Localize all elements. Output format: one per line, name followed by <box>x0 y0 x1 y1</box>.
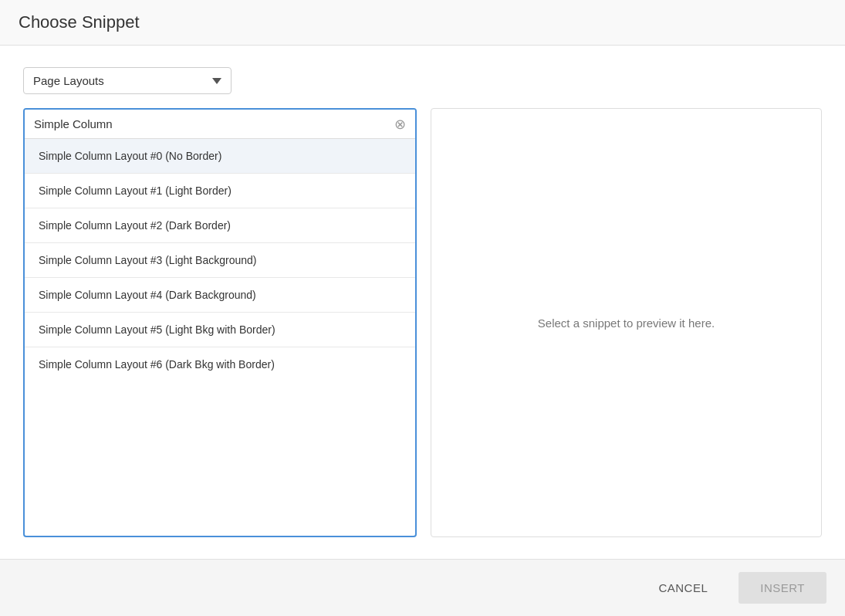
snippet-item[interactable]: Simple Column Layout #6 (Dark Bkg with B… <box>25 347 415 381</box>
snippet-item[interactable]: Simple Column Layout #4 (Dark Background… <box>25 278 415 313</box>
category-select[interactable]: Page LayoutsContent BlocksHeadersFooters <box>23 67 232 94</box>
search-row: ⊗ <box>25 110 415 139</box>
dialog-container: Choose Snippet Page LayoutsContent Block… <box>0 0 845 616</box>
snippet-item[interactable]: Simple Column Layout #5 (Light Bkg with … <box>25 313 415 347</box>
dialog-header: Choose Snippet <box>0 0 845 46</box>
preview-placeholder: Select a snippet to preview it here. <box>538 316 715 330</box>
dialog-body: Page LayoutsContent BlocksHeadersFooters… <box>0 46 845 559</box>
snippet-item[interactable]: Simple Column Layout #3 (Light Backgroun… <box>25 243 415 278</box>
search-input[interactable] <box>31 113 390 135</box>
clear-search-button[interactable]: ⊗ <box>390 115 409 134</box>
preview-panel: Select a snippet to preview it here. <box>431 108 822 537</box>
snippet-item[interactable]: Simple Column Layout #2 (Dark Border) <box>25 208 415 243</box>
cancel-button[interactable]: CANCEL <box>637 572 729 604</box>
content-row: ⊗ Simple Column Layout #0 (No Border)Sim… <box>23 108 822 537</box>
snippet-item[interactable]: Simple Column Layout #1 (Light Border) <box>25 174 415 208</box>
dialog-footer: CANCEL INSERT <box>0 559 845 616</box>
snippet-list-panel: ⊗ Simple Column Layout #0 (No Border)Sim… <box>23 108 417 537</box>
insert-button[interactable]: INSERT <box>739 572 826 604</box>
snippet-items-list: Simple Column Layout #0 (No Border)Simpl… <box>25 139 415 536</box>
dropdown-row: Page LayoutsContent BlocksHeadersFooters <box>23 67 822 94</box>
snippet-item[interactable]: Simple Column Layout #0 (No Border) <box>25 139 415 174</box>
dialog-title: Choose Snippet <box>19 12 826 32</box>
